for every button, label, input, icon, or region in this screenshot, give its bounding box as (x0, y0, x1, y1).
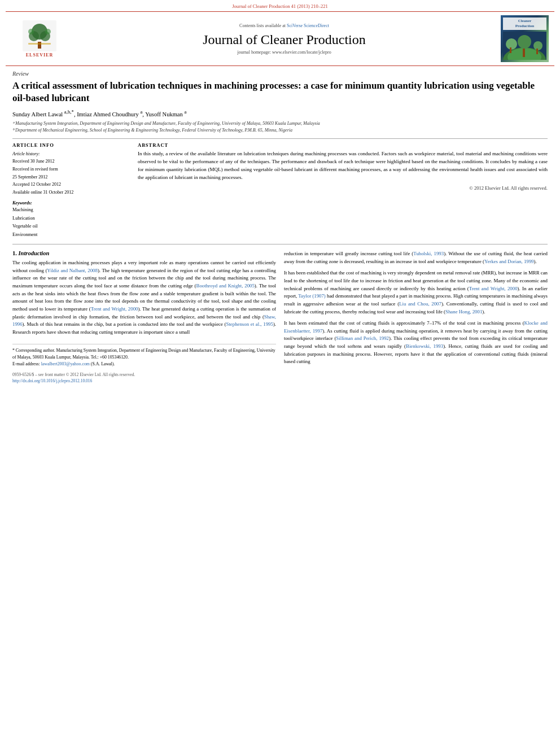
article-history: Article history: Received 30 June 2012 R… (12, 150, 131, 196)
article-info-col: ARTICLE INFO Article history: Received 3… (12, 142, 131, 238)
author-sup-a: a,b,* (64, 109, 74, 115)
ref-silliman[interactable]: Silliman and Perich, 1992 (336, 335, 389, 341)
body-para-4: It has been estimated that the cost of c… (284, 320, 548, 366)
issn-text: 0959-6526/$ – see front matter © 2012 El… (12, 372, 135, 377)
section1-title: Introduction (19, 250, 50, 256)
divider-1 (12, 138, 548, 139)
svg-rect-16 (536, 49, 538, 54)
elsevier-label-text: ELSEVIER (26, 53, 53, 58)
ref-yildiz[interactable]: Yildiz and Nalbant, 2008 (47, 268, 98, 273)
doi-link[interactable]: http://dx.doi.org/10.1016/j.jclepro.2012… (12, 378, 92, 383)
svg-rect-14 (523, 49, 525, 57)
keyword-3: Vegetable oil (12, 222, 131, 230)
abstract-col: ABSTRACT In this study, a review of the … (138, 142, 548, 238)
corresponding-label: * Corresponding author. Manufacturing Sy… (12, 348, 275, 360)
journal-main-title: Journal of Cleaner Production (203, 32, 366, 47)
ref-boothroyd[interactable]: Boothroyd and Knight, 2005 (196, 283, 255, 289)
content-area: Review A critical assessment of lubricat… (0, 66, 560, 387)
svg-point-13 (518, 35, 531, 49)
ref-klocke[interactable]: Klocke and Eisenblaetter, 1997 (284, 320, 548, 334)
homepage-line: journal homepage: www.elsevier.com/locat… (237, 50, 331, 55)
ref-stephenson[interactable]: Stephenson et al., 1995 (226, 321, 273, 327)
body-para-1: The cooling application in machining pro… (12, 259, 276, 336)
sciverse-line: Contents lists available at SciVerse Sci… (239, 23, 329, 28)
article-title: A critical assessment of lubrication tec… (12, 80, 548, 104)
authors-line: Sunday Albert Lawal a,b,*, Imtiaz Ahmed … (12, 109, 548, 117)
svg-rect-1 (38, 42, 41, 49)
ref-shanehong[interactable]: Shane Hong, 2001 (445, 309, 482, 314)
ref-liu[interactable]: Liu and Chou, 2007 (399, 301, 441, 307)
journal-center: Contents lists available at SciVerse Sci… (72, 15, 496, 62)
affiliation-a: ᵃ Manufacturing System Integration, Depa… (12, 120, 548, 127)
ref-trent2000b[interactable]: Trent and Wright, 2000 (469, 286, 518, 291)
journal-cover-image: CleanerProduction (501, 15, 549, 62)
svg-rect-15 (510, 47, 511, 53)
email-link[interactable]: lawalbert2003@yahoo.com (41, 361, 90, 366)
ref-tuholski[interactable]: Tuholski, 1993 (413, 251, 444, 256)
abstract-heading: ABSTRACT (138, 142, 548, 148)
keyword-1: Machining (12, 206, 131, 213)
keyword-4: Environment (12, 230, 131, 238)
elsevier-logo: ELSEVIER (11, 15, 68, 62)
cover-placeholder: CleanerProduction (501, 15, 549, 62)
email-note: (S.A. Lawal). (90, 361, 115, 366)
ref-trent2000[interactable]: Trent and Wright, 2000 (91, 306, 138, 312)
article-info-abstract-cols: ARTICLE INFO Article history: Received 3… (12, 142, 548, 238)
ref-yerkes[interactable]: Yerkes and Dorian, 1999 (484, 259, 534, 264)
affiliations: ᵃ Manufacturing System Integration, Depa… (12, 120, 548, 134)
received-revised-label: Received in revised form (12, 165, 131, 173)
svg-rect-7 (28, 43, 51, 45)
copyright-line: © 2012 Elsevier Ltd. All rights reserved… (138, 185, 548, 191)
section1-number: 1. (12, 250, 17, 256)
affiliation-b: ᵇ Department of Mechanical Engineering, … (12, 127, 548, 134)
history-label: Article history: (12, 150, 131, 158)
journal-reference-text: Journal of Cleaner Production 41 (2013) … (232, 3, 328, 9)
svg-point-6 (45, 29, 51, 34)
accepted-date: Accepted 12 October 2012 (12, 181, 131, 189)
email-label: E-mail address: (12, 361, 41, 366)
elsevier-tree-icon (23, 20, 56, 51)
body-para-3: It has been established that the cost of… (284, 269, 548, 316)
corresponding-note: * Corresponding author. Manufacturing Sy… (12, 347, 276, 367)
available-date: Available online 31 October 2012 (12, 189, 131, 196)
article-info-heading: ARTICLE INFO (12, 142, 131, 148)
author-sup-b: a (140, 109, 142, 115)
cover-landscape-icon (503, 32, 546, 60)
svg-point-5 (28, 29, 34, 34)
body-left-col: 1. Introduction The cooling application … (12, 250, 276, 383)
divider-2 (12, 244, 548, 244)
ref-taylor[interactable]: Taylor (1907) (298, 293, 326, 299)
keywords-label: Keywords: (12, 200, 131, 206)
page: Journal of Cleaner Production 41 (2013) … (0, 0, 560, 747)
cleaner-production-badge: CleanerProduction (503, 18, 546, 30)
sciverse-link[interactable]: SciVerse ScienceDirect (287, 23, 329, 28)
ref-bienkowski[interactable]: Bienkowski, 1993 (406, 343, 443, 349)
section1-heading: 1. Introduction (12, 250, 276, 256)
footer-section: * Corresponding author. Manufacturing Sy… (12, 344, 276, 383)
body-para-2: reduction in temperature will greatly in… (284, 250, 548, 265)
journal-reference-bar: Journal of Cleaner Production 41 (2013) … (0, 0, 560, 11)
body-two-col: 1. Introduction The cooling application … (12, 250, 548, 383)
received-revised-date: 25 September 2012 (12, 173, 131, 181)
author-sup-c: a (184, 109, 186, 115)
keyword-2: Lubrication (12, 214, 131, 222)
footer-bottom: 0959-6526/$ – see front matter © 2012 El… (12, 372, 276, 377)
received-date: Received 30 June 2012 (12, 158, 131, 165)
journal-header: ELSEVIER Contents lists available at Sci… (6, 11, 554, 66)
doi-line: http://dx.doi.org/10.1016/j.jclepro.2012… (12, 377, 276, 383)
keywords-block: Keywords: Machining Lubrication Vegetabl… (12, 200, 131, 238)
body-right-col: reduction in temperature will greatly in… (284, 250, 548, 383)
abstract-text: In this study, a review of the available… (138, 150, 548, 182)
section-label: Review (12, 71, 548, 77)
